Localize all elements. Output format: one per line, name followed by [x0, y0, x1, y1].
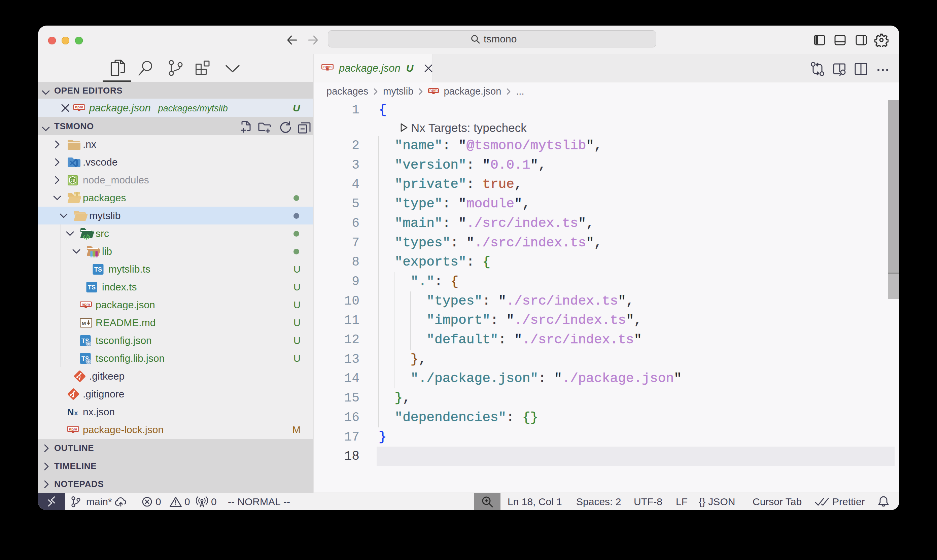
svg-text:npm: npm — [82, 302, 90, 306]
svg-text:TS: TS — [94, 266, 102, 273]
svg-text:M: M — [82, 320, 86, 326]
svg-text:npm: npm — [69, 427, 77, 431]
svg-text:N: N — [67, 407, 74, 417]
svg-text:JS: JS — [71, 178, 75, 182]
svg-text:TS: TS — [88, 284, 95, 291]
svg-text:npm: npm — [429, 88, 437, 92]
svg-text:npm: npm — [75, 105, 83, 109]
svg-text:npm: npm — [323, 65, 332, 69]
svg-text:x: x — [74, 409, 78, 417]
